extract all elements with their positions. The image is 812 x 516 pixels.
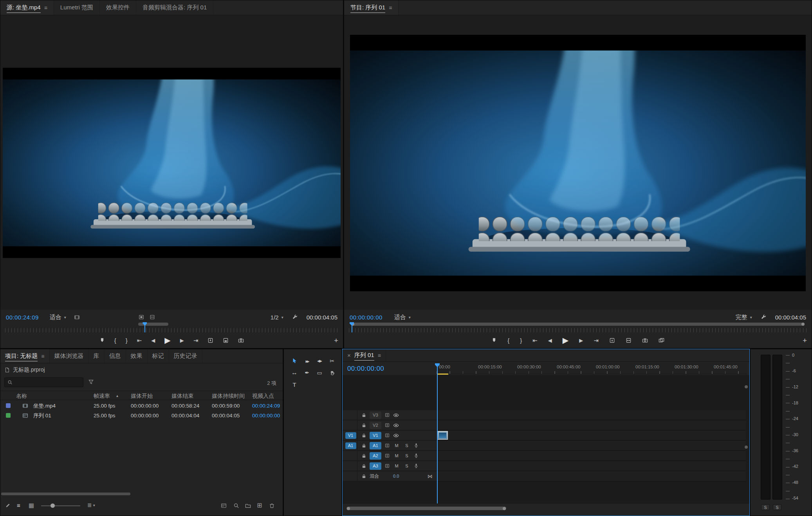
zoom-handle-left[interactable]: [347, 507, 350, 510]
sync-lock-icon[interactable]: [384, 463, 390, 469]
zoom-handle-right[interactable]: [801, 323, 805, 326]
zoom-handle-right[interactable]: [503, 507, 506, 510]
go-to-out-button[interactable]: ⇥: [594, 337, 599, 343]
export-frame-button[interactable]: [238, 337, 244, 343]
track-lane-master[interactable]: [437, 471, 746, 482]
play-button[interactable]: ▶: [563, 336, 568, 345]
sync-lock-icon[interactable]: [384, 422, 390, 428]
go-to-out-button[interactable]: ⇥: [193, 337, 198, 343]
solo-button[interactable]: S: [403, 463, 410, 469]
loop-icon[interactable]: [150, 314, 155, 320]
program-timecode[interactable]: 00:00:00:00: [350, 314, 383, 321]
source-resolution-select[interactable]: 1/2▾: [271, 314, 283, 321]
source-patch-audio[interactable]: A1: [344, 441, 357, 450]
track-lock-button[interactable]: [361, 413, 366, 418]
step-forward-button[interactable]: ▶: [579, 338, 583, 343]
new-item-button[interactable]: ⊞: [257, 502, 262, 509]
track-lock-button[interactable]: [361, 433, 366, 438]
rectangle-tool-button[interactable]: ▭: [314, 368, 325, 377]
program-mini-ruler[interactable]: [349, 328, 807, 332]
mark-out-button[interactable]: }: [520, 337, 522, 343]
tab-effect-controls[interactable]: 效果控件: [100, 0, 136, 15]
sync-lock-icon[interactable]: [384, 453, 390, 458]
drag-video-icon[interactable]: [74, 314, 80, 320]
source-scrub-bar[interactable]: [5, 322, 338, 333]
export-frame-button[interactable]: [642, 337, 648, 343]
timeline-ruler[interactable]: 00:00 00:00:15:00 00:00:30:00 00:00:45:0…: [437, 363, 747, 374]
track-lock-button[interactable]: [361, 464, 366, 469]
tab-project[interactable]: 项目: 无标题 ≡: [0, 349, 50, 363]
tab-lumetri-scopes[interactable]: Lumetri 范围: [54, 0, 100, 15]
track-target-badge[interactable]: A2: [370, 452, 381, 460]
panel-menu-icon[interactable]: ≡: [389, 5, 392, 11]
button-editor-add-button[interactable]: +: [803, 336, 807, 345]
go-to-in-button[interactable]: ⇤: [532, 337, 538, 343]
tab-effects[interactable]: 效果: [126, 349, 148, 363]
tab-libraries[interactable]: 库: [89, 349, 105, 363]
button-editor-add-button[interactable]: +: [334, 336, 338, 345]
mark-in-button[interactable]: {: [507, 337, 509, 343]
track-lock-button[interactable]: [361, 474, 366, 479]
zoom-slider-handle[interactable]: [51, 503, 55, 508]
track-target-badge[interactable]: A3: [370, 462, 381, 470]
track-lane-v1[interactable]: [437, 431, 746, 440]
tab-sequence-01[interactable]: × 序列 01 ≡: [343, 349, 386, 361]
sort-button[interactable]: ≣▾: [87, 502, 95, 508]
column-name[interactable]: 名称: [16, 391, 27, 401]
panel-menu-icon[interactable]: ≡: [41, 353, 44, 359]
insert-button[interactable]: [208, 337, 213, 343]
tab-info[interactable]: 信息: [105, 349, 126, 363]
track-target-badge[interactable]: V1: [370, 432, 381, 439]
track-output-eye-icon[interactable]: [393, 412, 399, 418]
solo-button[interactable]: S: [403, 453, 410, 459]
tab-audio-clip-mixer[interactable]: 音频剪辑混合器: 序列 01: [136, 0, 213, 15]
slip-tool-button[interactable]: ↔: [289, 368, 300, 377]
step-back-button[interactable]: ◀: [548, 338, 552, 343]
type-tool-button[interactable]: T: [289, 380, 300, 389]
safe-margins-icon[interactable]: [139, 314, 144, 320]
search-box[interactable]: [4, 377, 83, 387]
add-marker-button[interactable]: [491, 337, 497, 343]
source-patch-slot[interactable]: [344, 451, 357, 460]
new-bin-button[interactable]: [245, 503, 251, 509]
lift-button[interactable]: [609, 337, 615, 343]
source-patch-slot[interactable]: [344, 420, 357, 430]
ripple-edit-tool-button[interactable]: ◀▶: [314, 356, 325, 366]
mute-button[interactable]: M: [393, 463, 400, 469]
program-scrub-bar[interactable]: [349, 322, 807, 333]
show-keyframes-icon[interactable]: ⋈: [428, 473, 433, 479]
sync-lock-icon[interactable]: [384, 433, 390, 438]
automate-to-sequence-button[interactable]: [221, 503, 227, 509]
track-select-tool-button[interactable]: ▸▸: [302, 356, 312, 366]
track-output-eye-icon[interactable]: [393, 433, 399, 438]
read-only-toggle-button[interactable]: [5, 503, 11, 508]
column-video-in[interactable]: 视频入点: [252, 391, 274, 401]
solo-button[interactable]: S: [403, 442, 410, 449]
overwrite-button[interactable]: [223, 337, 229, 343]
program-resolution-select[interactable]: 完整▾: [736, 314, 752, 321]
source-mini-ruler[interactable]: [5, 328, 338, 332]
play-button[interactable]: ▶: [164, 336, 170, 345]
track-lane-a2[interactable]: [437, 451, 746, 461]
selection-tool-button[interactable]: [289, 356, 300, 366]
settings-wrench-icon[interactable]: [761, 314, 767, 320]
timeline-timecode[interactable]: 00:00:00:00: [347, 365, 384, 373]
clear-button[interactable]: [269, 503, 275, 509]
vertical-scroll-handle[interactable]: [745, 446, 748, 449]
voiceover-record-icon[interactable]: [413, 463, 419, 469]
timeline-clip[interactable]: [437, 431, 448, 440]
settings-wrench-icon[interactable]: [292, 314, 298, 320]
track-lane-a1[interactable]: [437, 441, 746, 451]
track-lock-button[interactable]: [361, 423, 366, 428]
mark-in-button[interactable]: {: [114, 337, 116, 343]
track-lane-a3[interactable]: [437, 461, 746, 471]
sync-lock-icon[interactable]: [384, 443, 390, 448]
column-media-duration[interactable]: 媒体持续时间: [212, 391, 245, 401]
mute-button[interactable]: M: [393, 453, 400, 459]
razor-tool-button[interactable]: ✂: [327, 356, 337, 366]
project-item-row[interactable]: 序列 01 25.00 fps 00:00:00:00 00:00:04:04 …: [0, 411, 283, 420]
pen-tool-button[interactable]: ✒: [302, 368, 312, 377]
vertical-scroll-handle[interactable]: [745, 385, 748, 388]
master-volume-value[interactable]: 0.0: [393, 474, 399, 478]
tab-media-browser[interactable]: 媒体浏览器: [50, 349, 89, 363]
